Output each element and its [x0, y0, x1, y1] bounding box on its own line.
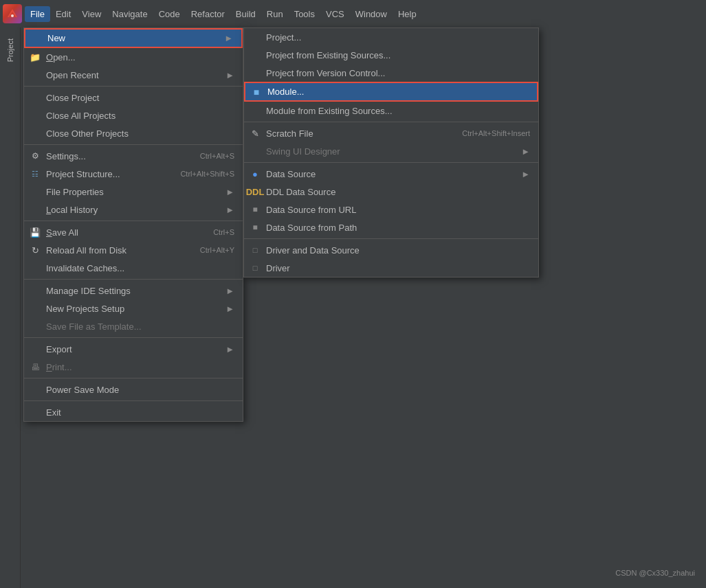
watermark: CSDN @Cx330_zhahui: [615, 569, 695, 577]
print-icon: 🖶: [30, 361, 41, 372]
menu-tools[interactable]: Tools: [289, 6, 320, 22]
submenu-item-module-existing[interactable]: Module from Existing Sources...: [244, 102, 538, 120]
file-properties-arrow: ►: [225, 187, 234, 197]
local-history-arrow: ►: [225, 205, 234, 215]
left-sidebar: Project: [0, 27, 21, 588]
menu-item-project-structure[interactable]: ☷ Project Structure... Ctrl+Alt+Shift+S: [24, 165, 243, 183]
submenu-item-datasource-url[interactable]: ■ Data Source from URL: [244, 201, 538, 218]
menu-item-manage-ide[interactable]: Manage IDE Settings ►: [24, 282, 243, 299]
submenu-item-project-existing[interactable]: Project from Existing Sources...: [244, 46, 538, 64]
save-icon: 💾: [30, 227, 41, 238]
wrench-icon: ⚙: [30, 150, 41, 161]
manage-ide-label: Manage IDE Settings: [46, 286, 131, 296]
menubar: File Edit View Navigate Code Refactor Bu…: [0, 0, 706, 27]
datasource-path-label: Data Source from Path: [266, 223, 357, 233]
file-properties-label: File Properties: [46, 187, 104, 197]
divider-1: [24, 86, 243, 87]
reload-icon: ↻: [30, 245, 41, 256]
divider-5: [24, 337, 243, 338]
module-label: Module...: [267, 87, 304, 97]
submenu-item-driver[interactable]: □ Driver: [244, 259, 538, 277]
menu-item-save-all[interactable]: 💾 Save All Ctrl+S: [24, 223, 243, 241]
data-source-label: Data Source: [266, 169, 316, 179]
submenu-item-project-vcs[interactable]: Project from Version Control...: [244, 64, 538, 82]
menu-help[interactable]: Help: [393, 6, 422, 22]
datasource-path-icon: ■: [250, 222, 261, 233]
divider-6: [24, 378, 243, 378]
new-arrow: ►: [224, 33, 233, 43]
scratch-icon: ✎: [250, 128, 261, 139]
submenu-divider-1: [244, 122, 538, 122]
driver-datasource-icon: □: [250, 245, 261, 256]
new-submenu: Project... Project from Existing Sources…: [243, 27, 539, 278]
menu-item-power-save[interactable]: Power Save Mode: [24, 381, 243, 398]
project-existing-label: Project from Existing Sources...: [266, 50, 390, 60]
menu-build[interactable]: Build: [230, 6, 261, 22]
reload-label: Reload All from Disk: [46, 245, 126, 256]
power-save-label: Power Save Mode: [46, 385, 119, 395]
ddl-icon: DDL: [250, 186, 261, 197]
menu-item-print: 🖶 Print...: [24, 358, 243, 376]
submenu-item-module[interactable]: ■ Module...: [244, 82, 538, 102]
submenu-item-scratch[interactable]: ✎ Scratch File Ctrl+Alt+Shift+Insert: [244, 124, 538, 142]
divider-4: [24, 279, 243, 280]
menu-item-open-recent[interactable]: Open Recent ►: [24, 66, 243, 84]
close-other-label: Close Other Projects: [46, 128, 129, 139]
settings-shortcut: Ctrl+Alt+S: [200, 152, 234, 160]
menu-vcs[interactable]: VCS: [320, 6, 350, 22]
menu-item-close-project[interactable]: Close Project: [24, 89, 243, 106]
menu-item-export[interactable]: Export ►: [24, 340, 243, 358]
menu-item-settings[interactable]: ⚙ Settings... Ctrl+Alt+S: [24, 147, 243, 165]
menu-item-reload[interactable]: ↻ Reload All from Disk Ctrl+Alt+Y: [24, 241, 243, 259]
swing-label: Swing UI Designer: [266, 146, 340, 157]
project-vcs-label: Project from Version Control...: [266, 68, 385, 78]
menu-edit[interactable]: Edit: [50, 6, 76, 22]
driver-datasource-label: Driver and Data Source: [266, 245, 360, 256]
module-existing-label: Module from Existing Sources...: [266, 106, 393, 116]
project-structure-shortcut: Ctrl+Alt+Shift+S: [180, 170, 234, 178]
sidebar-tab-project[interactable]: Project: [3, 33, 17, 67]
menu-window[interactable]: Window: [350, 6, 393, 22]
folder-icon: 📁: [30, 52, 41, 63]
submenu-item-datasource-path[interactable]: ■ Data Source from Path: [244, 218, 538, 236]
manage-ide-arrow: ►: [225, 286, 234, 296]
menu-code[interactable]: Code: [153, 6, 186, 22]
menu-run[interactable]: Run: [261, 6, 289, 22]
local-history-label: Local History: [46, 205, 98, 215]
datasource-url-icon: ■: [250, 204, 261, 215]
menu-item-open[interactable]: 📁 Open...: [24, 48, 243, 66]
menu-item-close-other[interactable]: Close Other Projects: [24, 124, 243, 142]
svg-point-0: [11, 14, 14, 17]
menu-item-new[interactable]: New ►: [24, 28, 243, 48]
close-project-label: Close Project: [46, 93, 99, 103]
submenu-item-driver-datasource[interactable]: □ Driver and Data Source: [244, 241, 538, 259]
menu-item-exit[interactable]: Exit: [24, 403, 243, 421]
datasource-icon: ●: [250, 168, 261, 179]
submenu-item-data-source[interactable]: ● Data Source ►: [244, 165, 538, 183]
save-template-label: Save File as Template...: [46, 321, 142, 332]
module-icon: ■: [251, 87, 262, 98]
menu-item-file-properties[interactable]: File Properties ►: [24, 183, 243, 201]
file-menu: New ► 📁 Open... Open Recent ► Close Proj…: [23, 27, 243, 422]
driver-icon: □: [250, 262, 261, 273]
scratch-shortcut: Ctrl+Alt+Shift+Insert: [462, 129, 530, 137]
submenu-divider-3: [244, 238, 538, 239]
menu-refactor[interactable]: Refactor: [186, 6, 230, 22]
menu-item-local-history[interactable]: Local History ►: [24, 201, 243, 218]
datasource-url-label: Data Source from URL: [266, 205, 357, 215]
menu-item-close-all[interactable]: Close All Projects: [24, 106, 243, 124]
close-all-label: Close All Projects: [46, 111, 115, 121]
menu-view[interactable]: View: [76, 6, 107, 22]
submenu-item-project[interactable]: Project...: [244, 28, 538, 46]
submenu-item-ddl[interactable]: DDL DDL Data Source: [244, 183, 538, 201]
menu-file[interactable]: File: [25, 6, 50, 22]
export-arrow: ►: [225, 344, 234, 354]
open-recent-arrow: ►: [225, 70, 234, 80]
settings-label: Settings...: [46, 151, 86, 161]
menu-navigate[interactable]: Navigate: [107, 6, 153, 22]
submenu-item-swing: Swing UI Designer ►: [244, 142, 538, 160]
save-all-text: ave All: [52, 227, 78, 238]
menu-item-invalidate[interactable]: Invalidate Caches...: [24, 259, 243, 277]
menu-item-new-projects-setup[interactable]: New Projects Setup ►: [24, 299, 243, 317]
open-recent-label: Open Recent: [46, 70, 99, 80]
